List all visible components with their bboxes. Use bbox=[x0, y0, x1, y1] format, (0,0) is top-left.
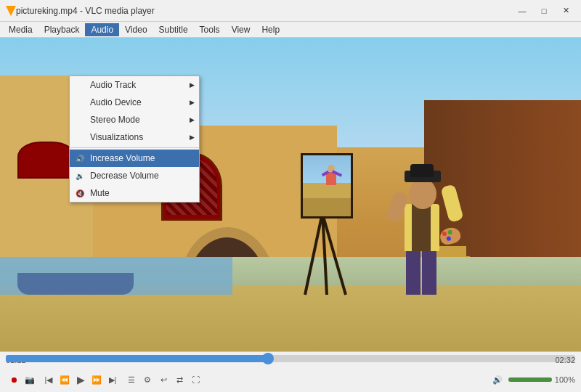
decrease-volume-item[interactable]: 🔉 Decrease Volume bbox=[70, 167, 199, 184]
volume-label: 100% bbox=[555, 375, 575, 384]
menu-subtitle[interactable]: Subtitle bbox=[153, 23, 194, 36]
bottom-controls-row: ⏺ 📷 |◀ ⏪ ▶ ⏩ ▶| ☰ ⚙ ↩ ⇄ ⛶ 🔊 100% bbox=[0, 372, 581, 388]
mute-item[interactable]: 🔇 Mute bbox=[70, 184, 199, 202]
audio-track-icon bbox=[74, 79, 86, 91]
visualizations-icon bbox=[74, 131, 86, 143]
audio-menu: Audio Track Audio Device Stereo Mode Vis… bbox=[69, 75, 200, 203]
painter-hat-top bbox=[410, 164, 434, 177]
menu-view[interactable]: View bbox=[226, 23, 256, 36]
fullscreen-button[interactable]: ⛶ bbox=[187, 372, 203, 388]
window-controls: — □ ✕ bbox=[513, 4, 575, 18]
menu-video[interactable]: Video bbox=[119, 23, 153, 36]
window-title: pictureking.mp4 - VLC media player bbox=[16, 6, 513, 16]
palette-spot-green bbox=[447, 229, 452, 234]
volume-bar[interactable] bbox=[508, 377, 552, 382]
stereo-mode-icon bbox=[74, 114, 86, 126]
speaker-down-icon: 🔉 bbox=[74, 170, 86, 181]
painter-leg-left bbox=[406, 248, 420, 295]
menu-separator-1 bbox=[70, 147, 199, 148]
canvas-foreground bbox=[303, 198, 351, 216]
prev-frame-button[interactable]: |◀ bbox=[41, 372, 57, 388]
progress-bar[interactable] bbox=[6, 355, 575, 362]
menu-playback[interactable]: Playback bbox=[38, 23, 86, 36]
volume-icon-button[interactable]: 🔊 bbox=[489, 372, 505, 388]
palette-spot-blue bbox=[446, 236, 451, 241]
menu-media[interactable]: Media bbox=[3, 23, 38, 36]
snapshot-button[interactable]: 📷 bbox=[22, 372, 38, 388]
volume-slider-container bbox=[508, 377, 552, 382]
fast-forward-button[interactable]: ⏩ bbox=[89, 372, 105, 388]
next-frame-button[interactable]: ▶| bbox=[105, 372, 121, 388]
painter-leg-right bbox=[422, 248, 436, 295]
progress-fill bbox=[6, 355, 268, 362]
speaker-up-icon: 🔊 bbox=[74, 152, 86, 164]
record-button[interactable]: ⏺ bbox=[6, 372, 22, 388]
play-button[interactable]: ▶ bbox=[73, 372, 89, 388]
menu-help[interactable]: Help bbox=[256, 23, 285, 36]
canvas-dancer bbox=[325, 165, 338, 194]
loop-button[interactable]: ↩ bbox=[155, 372, 171, 388]
random-button[interactable]: ⇄ bbox=[171, 372, 187, 388]
progress-handle[interactable] bbox=[262, 353, 274, 364]
extended-settings-button[interactable]: ⚙ bbox=[139, 372, 155, 388]
mute-icon: 🔇 bbox=[74, 187, 86, 199]
menu-audio[interactable]: Audio bbox=[85, 23, 119, 36]
toggle-playlist-button[interactable]: ☰ bbox=[123, 372, 139, 388]
visualizations-item[interactable]: Visualizations bbox=[70, 128, 199, 146]
easel bbox=[295, 142, 360, 295]
close-button[interactable]: ✕ bbox=[556, 4, 575, 18]
painter-head bbox=[409, 179, 436, 209]
painter-figure bbox=[399, 157, 453, 295]
menubar: Media Playback Audio Video Subtitle Tool… bbox=[0, 22, 581, 38]
time-total: 02:32 bbox=[555, 356, 575, 364]
menu-tools[interactable]: Tools bbox=[194, 23, 226, 36]
audio-device-item[interactable]: Audio Device bbox=[70, 94, 199, 111]
rewind-button[interactable]: ⏪ bbox=[57, 372, 73, 388]
app-icon bbox=[6, 6, 16, 16]
painter-vest bbox=[412, 204, 431, 251]
audio-track-item[interactable]: Audio Track bbox=[70, 76, 199, 94]
window-left-1 bbox=[17, 142, 76, 179]
audio-device-icon bbox=[74, 97, 86, 108]
increase-volume-item[interactable]: 🔊 Increase Volume bbox=[70, 150, 199, 167]
maximize-button[interactable]: □ bbox=[535, 4, 553, 18]
volume-fill bbox=[508, 377, 552, 382]
boat bbox=[17, 273, 134, 295]
palette-spot-red bbox=[442, 232, 447, 237]
minimize-button[interactable]: — bbox=[513, 4, 532, 18]
stereo-mode-item[interactable]: Stereo Mode bbox=[70, 111, 199, 128]
titlebar: pictureking.mp4 - VLC media player — □ ✕ bbox=[0, 0, 581, 22]
controls-bar: 01:12 02:32 ⏺ 📷 |◀ ⏪ ▶ ⏩ ▶| ☰ ⚙ ↩ ⇄ ⛶ 🔊 bbox=[0, 351, 581, 392]
canvas-frame bbox=[301, 153, 353, 219]
